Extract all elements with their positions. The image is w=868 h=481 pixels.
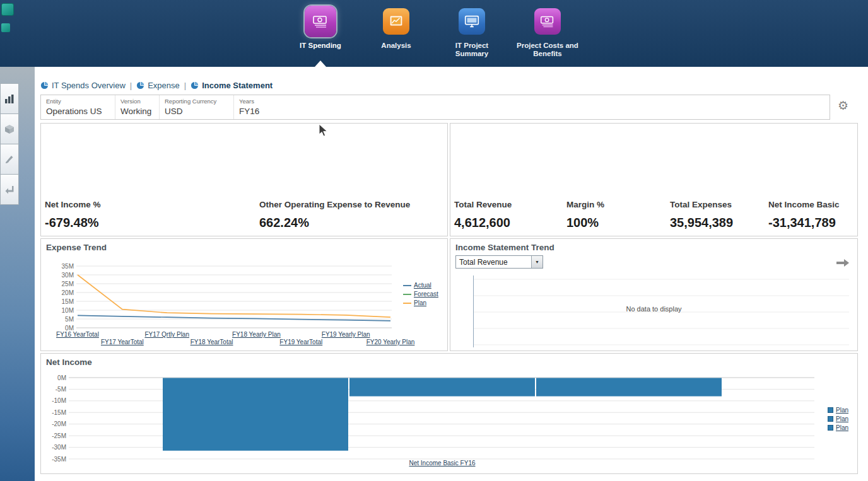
pov-bar: Entity Operations US Version Working Rep… xyxy=(40,95,830,120)
y-tick-label: -15M xyxy=(52,409,66,416)
legend-label[interactable]: Plan xyxy=(836,407,848,414)
pov-field-value[interactable]: FY16 xyxy=(239,107,824,116)
kpi-label: Other Operating Expense to Revenue xyxy=(259,200,410,209)
application-window: IT Spending Analysis xyxy=(0,0,868,481)
tab-label[interactable]: IT Project Summary xyxy=(438,42,505,58)
kpi-value: 662.24% xyxy=(259,216,410,230)
kpi-value: 100% xyxy=(566,216,604,230)
dashboard-content: IT Spends Overview | Expense | Income St… xyxy=(35,67,868,481)
y-tick-label: -25M xyxy=(52,432,66,439)
income-statement-trend-panel: Income Statement Trend Total Revenue ▼ N… xyxy=(450,238,858,351)
pov-field-label: Entity xyxy=(46,98,110,105)
legend-item-plan[interactable]: Plan xyxy=(828,415,848,422)
pov-field-value[interactable]: USD xyxy=(165,107,228,116)
tab-icon-wrap xyxy=(383,4,409,39)
x-axis-label[interactable]: FY16 YearTotal xyxy=(56,331,99,338)
tab-it-spending[interactable]: IT Spending xyxy=(286,4,355,58)
kpi-label: Total Revenue xyxy=(454,200,512,209)
pov-field-value[interactable]: Working xyxy=(120,107,154,116)
left-gutter xyxy=(0,67,35,481)
forward-arrow-icon xyxy=(836,258,850,268)
legend-label[interactable]: Actual xyxy=(414,282,431,289)
kpi-label: Total Expenses xyxy=(670,200,733,209)
cube-view-button[interactable] xyxy=(0,113,19,144)
legend-label[interactable]: Forecast xyxy=(414,291,438,298)
pov-years[interactable]: Years FY16 xyxy=(234,95,830,119)
measure-dropdown-value[interactable]: Total Revenue xyxy=(459,258,508,267)
return-arrow-button[interactable] xyxy=(0,174,19,205)
tab-project-costs-benefits[interactable]: Project Costs and Benefits xyxy=(513,4,582,58)
breadcrumb-label[interactable]: Expense xyxy=(148,81,180,90)
bar-plan-1[interactable] xyxy=(349,378,535,397)
legend-item-forecast[interactable]: Forecast xyxy=(403,291,438,298)
dashboard-view-button[interactable] xyxy=(0,83,19,114)
y-tick-label: -5M xyxy=(56,386,66,393)
brush-icon xyxy=(4,154,15,165)
kpi-value: -31,341,789 xyxy=(768,216,840,230)
breadcrumb-item-expense[interactable]: Expense xyxy=(136,81,180,90)
pov-field-value[interactable]: Operations US xyxy=(46,107,110,116)
tab-icon-wrap xyxy=(459,4,485,39)
legend-item-plan[interactable]: Plan xyxy=(828,424,848,431)
tab-label[interactable]: Project Costs and Benefits xyxy=(514,42,581,58)
cash-icon xyxy=(311,12,330,31)
x-axis-label[interactable]: FY17 Qrtly Plan xyxy=(144,331,189,338)
legend-item-actual[interactable]: Actual xyxy=(403,282,438,289)
pov-version[interactable]: Version Working xyxy=(115,95,160,119)
legend-label[interactable]: Plan xyxy=(414,299,426,306)
breadcrumb-item-income-statement[interactable]: Income Statement xyxy=(191,81,273,90)
x-axis-label[interactable]: Net Income Basic FY16 xyxy=(409,460,475,467)
legend-label[interactable]: Plan xyxy=(836,424,848,431)
x-axis-label[interactable]: FY19 Yearly Plan xyxy=(322,331,370,338)
tab-analysis[interactable]: Analysis xyxy=(361,4,431,58)
x-axis-label[interactable]: FY18 YearTotal xyxy=(191,339,233,345)
tab-label[interactable]: Analysis xyxy=(363,42,430,50)
legend-swatch xyxy=(828,407,833,413)
expense-trend-panel: Expense Trend 0M5M10M15M20M25M30M35MFY16… xyxy=(40,238,448,351)
legend-item-plan[interactable]: Plan xyxy=(828,407,848,414)
y-tick-label: -35M xyxy=(52,456,66,463)
kpi-margin-pct: Margin % 100% xyxy=(566,200,604,230)
y-tick-label: -10M xyxy=(52,397,66,404)
kpi-value: -679.48% xyxy=(45,216,101,230)
pie-icon xyxy=(136,81,144,90)
x-axis-label[interactable]: FY19 YearTotal xyxy=(279,339,322,345)
legend-swatch xyxy=(403,294,411,295)
cash-icon xyxy=(534,8,561,35)
gear-icon[interactable]: ⚙ xyxy=(838,100,848,112)
bar-plan-0[interactable] xyxy=(163,378,348,451)
top-navigation-bar: IT Spending Analysis xyxy=(0,0,868,67)
x-axis-label[interactable]: FY17 YearTotal xyxy=(101,339,144,345)
format-brush-button[interactable] xyxy=(0,144,19,175)
kpi-label: Net Income Basic xyxy=(768,200,840,209)
breadcrumb-label[interactable]: IT Spends Overview xyxy=(52,81,126,90)
legend-label[interactable]: Plan xyxy=(836,415,848,422)
x-axis-label[interactable]: FY20 Yearly Plan xyxy=(367,339,415,345)
forward-arrow-icon[interactable] xyxy=(836,258,850,270)
y-tick-label: -30M xyxy=(52,444,66,451)
pov-reporting-currency[interactable]: Reporting Currency USD xyxy=(160,95,234,119)
net-income-chart: 0M-5M-10M-15M-20M-25M-30M-35MNet Income … xyxy=(41,354,857,472)
y-tick-label: 35M xyxy=(62,263,74,270)
chevron-down-icon[interactable]: ▼ xyxy=(531,256,542,268)
grid-and-yaxis: 0M5M10M15M20M25M30M35M xyxy=(62,263,392,332)
series-line-actual xyxy=(78,315,390,320)
kpi-panel-right: Total Revenue 4,612,600 Margin % 100% To… xyxy=(450,123,858,236)
tab-label[interactable]: IT Spending xyxy=(287,42,354,50)
x-axis-label[interactable]: FY18 Yearly Plan xyxy=(232,331,281,338)
y-tick-label: 5M xyxy=(65,316,74,323)
kpi-other-opex-to-revenue: Other Operating Expense to Revenue 662.2… xyxy=(259,200,410,230)
breadcrumb-label[interactable]: Income Statement xyxy=(202,81,273,90)
pov-field-label: Years xyxy=(239,98,824,105)
breadcrumb-item-it-spends-overview[interactable]: IT Spends Overview xyxy=(40,81,126,90)
monitor-icon xyxy=(459,8,485,35)
pov-entity[interactable]: Entity Operations US xyxy=(41,95,115,119)
kpi-value: 4,612,600 xyxy=(454,216,512,230)
legend-item-plan[interactable]: Plan xyxy=(403,299,438,306)
kpi-net-income-basic: Net Income Basic -31,341,789 xyxy=(768,200,840,230)
measure-dropdown[interactable]: Total Revenue ▼ xyxy=(455,255,543,269)
x-axis-labels[interactable]: FY16 YearTotalFY17 YearTotalFY17 Qrtly P… xyxy=(56,331,414,345)
bar-plan-2[interactable] xyxy=(536,378,722,397)
tab-it-project-summary[interactable]: IT Project Summary xyxy=(437,4,507,58)
analysis-icon xyxy=(387,13,405,30)
